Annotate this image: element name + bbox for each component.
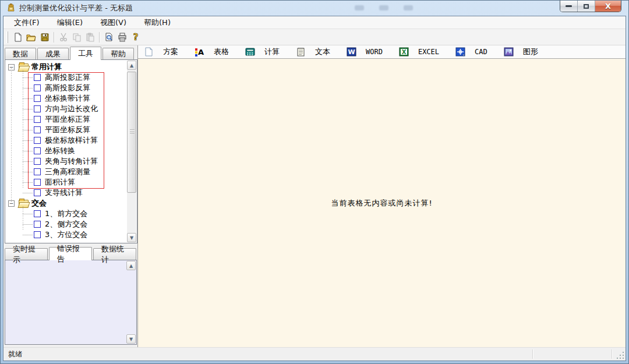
excel-icon: X (399, 47, 409, 56)
tree-group-1[interactable]: −交会 (5, 198, 127, 208)
tree-item[interactable]: 高斯投影正算 (5, 72, 127, 83)
tab-error-report[interactable]: 错误报告 (49, 247, 92, 260)
tree-item[interactable]: 支导线计算 (5, 188, 127, 198)
save-button[interactable] (38, 31, 51, 44)
tree-scrollbar-thumb[interactable] (127, 72, 136, 193)
title-bar[interactable]: 控制测量优化设计与平差 - 无标题 X (1, 1, 628, 16)
item-checkbox[interactable] (34, 168, 41, 175)
tree-item[interactable]: 面积计算 (5, 177, 127, 188)
menu-edit[interactable]: 编辑(E) (51, 16, 89, 29)
tree-item[interactable]: 三角高程测量 (5, 167, 127, 177)
tree-item[interactable]: 方向与边长改化 (5, 104, 127, 114)
cad-button[interactable]: CAD (454, 46, 501, 58)
tool-tree-panel: −常用计算高斯投影正算高斯投影反算坐标换带计算方向与边长改化平面坐标正算平面坐标… (5, 59, 137, 243)
tree-item-label: 坐标换带计算 (45, 93, 90, 104)
restore-button[interactable] (578, 1, 595, 12)
tree-connector (23, 214, 33, 214)
item-checkbox[interactable] (34, 95, 41, 102)
status-bar: 就绪 (3, 347, 626, 361)
item-checkbox[interactable] (34, 137, 41, 144)
paste-button (83, 31, 97, 44)
word-icon: W (347, 47, 356, 56)
item-checkbox[interactable] (34, 105, 41, 112)
word-button[interactable]: W WORD (345, 46, 397, 58)
tree-item[interactable]: 极坐标放样计算 (5, 135, 127, 146)
item-checkbox[interactable] (34, 158, 41, 165)
action-toolbar: 方案 A 表格 计算 文本 W (138, 45, 626, 59)
tree-guide-line (23, 70, 23, 188)
item-checkbox[interactable] (34, 84, 41, 91)
tree-item-label: 夹角与转角计算 (45, 156, 98, 167)
calculate-button[interactable]: 计算 (244, 46, 294, 58)
item-checkbox[interactable] (34, 189, 41, 196)
item-checkbox[interactable] (34, 126, 41, 133)
tree-item-label: 高斯投影反算 (45, 83, 90, 93)
graphics-button[interactable]: 图形 (503, 46, 552, 58)
tab-results[interactable]: 成果 (37, 48, 69, 59)
item-checkbox[interactable] (34, 231, 41, 238)
close-button[interactable]: X (595, 1, 621, 12)
tree-item[interactable]: 平面坐标反算 (5, 125, 127, 135)
tree-item[interactable]: 2、侧方交会 (5, 219, 127, 229)
item-checkbox[interactable] (34, 147, 41, 154)
resize-grip-icon[interactable] (617, 352, 624, 359)
tab-data-statistics[interactable]: 数据统计 (93, 248, 136, 260)
tab-realtime-tips[interactable]: 实时提示 (5, 248, 48, 260)
scheme-button[interactable]: 方案 (143, 46, 192, 58)
tree-item[interactable]: 夹角与转角计算 (5, 156, 127, 167)
folder-icon (19, 200, 29, 207)
table-button[interactable]: A 表格 (193, 46, 243, 58)
tree-item-label: 2、侧方交会 (45, 219, 87, 229)
tree-item-label: 面积计算 (45, 177, 75, 188)
tree-item[interactable]: 坐标换带计算 (5, 93, 127, 104)
tree-item-label: 三角高程测量 (45, 167, 90, 177)
item-checkbox[interactable] (34, 179, 41, 186)
tab-tools[interactable]: 工具 (70, 47, 101, 60)
tab-data[interactable]: 数据 (5, 48, 36, 59)
chart-icon: A (195, 47, 204, 56)
info-scrollbar[interactable]: ▲ ▼ (126, 261, 136, 344)
minimize-button[interactable] (560, 1, 578, 12)
paste-icon (86, 33, 95, 42)
tree-item-label: 平面坐标反算 (45, 125, 90, 135)
scroll-down-icon[interactable]: ▼ (126, 334, 136, 344)
scroll-up-icon[interactable]: ▲ (127, 61, 136, 70)
tree-group-0[interactable]: −常用计算 (5, 62, 127, 72)
open-file-button[interactable] (24, 31, 38, 44)
tree-item[interactable]: 平面坐标正算 (5, 114, 127, 125)
item-checkbox[interactable] (34, 116, 41, 123)
tree-item[interactable]: 坐标转换 (5, 146, 127, 156)
text-icon (296, 47, 306, 56)
print-button[interactable] (115, 31, 129, 44)
text-button[interactable]: 文本 (295, 46, 344, 58)
excel-button[interactable]: X EXCEL (398, 46, 453, 58)
menu-help[interactable]: 帮助(H) (138, 16, 176, 29)
tree-connector (23, 130, 33, 130)
new-file-button[interactable] (11, 31, 24, 44)
item-checkbox[interactable] (34, 74, 41, 81)
statusbar-separator (612, 349, 612, 359)
copy-icon (72, 33, 82, 42)
tree-item[interactable]: 高斯投影反算 (5, 83, 127, 93)
open-folder-icon (26, 33, 36, 42)
svg-text:W: W (348, 48, 355, 56)
tab-help[interactable]: 帮助 (103, 48, 134, 59)
tree-item[interactable]: 3、方位交会 (5, 229, 127, 240)
tool-tree: −常用计算高斯投影正算高斯投影反算坐标换带计算方向与边长改化平面坐标正算平面坐标… (5, 60, 127, 243)
print-preview-icon (104, 33, 114, 42)
scroll-down-icon[interactable]: ▼ (127, 233, 136, 242)
tree-group-label: 常用计算 (31, 62, 62, 72)
empty-table-message: 当前表格无内容或尚未计算! (331, 198, 432, 208)
tree-connector (23, 109, 33, 109)
menu-view[interactable]: 视图(V) (94, 16, 132, 29)
item-checkbox[interactable] (34, 221, 41, 228)
help-button[interactable]: ? (129, 31, 142, 44)
tree-connector (23, 119, 33, 120)
image-icon (504, 47, 514, 56)
titlebar-ghost-artifacts (355, 5, 413, 10)
print-preview-button[interactable] (102, 31, 115, 44)
tree-item[interactable]: 1、前方交会 (5, 208, 127, 219)
menu-file[interactable]: 文件(F) (8, 16, 45, 29)
item-checkbox[interactable] (34, 210, 41, 217)
tree-scrollbar[interactable]: ▲ ▼ (127, 61, 136, 242)
